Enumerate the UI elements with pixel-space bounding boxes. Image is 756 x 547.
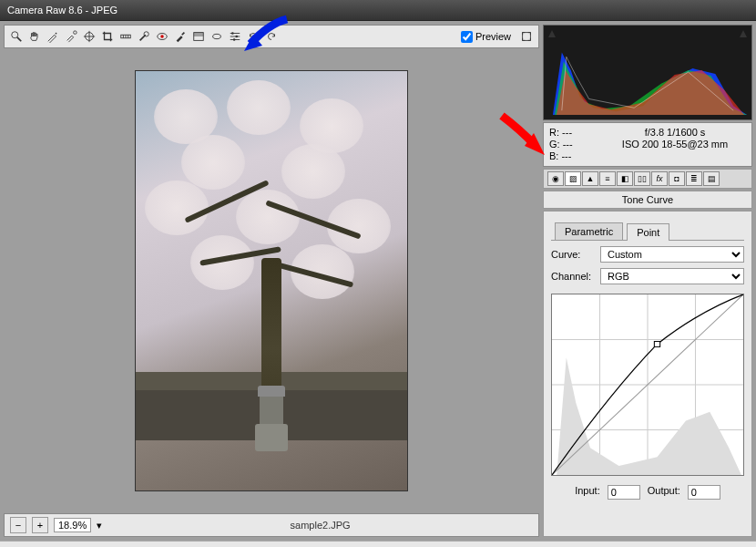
readout-b: B: ---: [549, 150, 604, 162]
camera-cal-icon[interactable]: ◘: [669, 171, 685, 186]
highlight-clip-icon[interactable]: [739, 29, 748, 38]
output-label: Output:: [648, 485, 680, 500]
basic-icon[interactable]: ◉: [547, 171, 564, 186]
svg-point-3: [74, 31, 77, 35]
channel-label: Channel:: [551, 271, 595, 282]
adjustment-panel-tabs: ◉ ▨ ▲ ≡ ◧ ▯▯ fx ◘ ≣ ▤: [543, 169, 752, 189]
output-field[interactable]: [688, 485, 720, 500]
graduated-filter-icon[interactable]: [190, 28, 207, 45]
snapshots-icon[interactable]: ▤: [703, 171, 720, 186]
input-label: Input:: [575, 485, 600, 500]
filename-label: sample2.JPG: [107, 520, 533, 531]
shadow-clip-icon[interactable]: [547, 29, 557, 38]
straighten-icon[interactable]: [117, 28, 134, 45]
curve-label: Curve:: [551, 249, 595, 260]
svg-point-11: [144, 32, 148, 36]
input-field[interactable]: [608, 485, 640, 500]
svg-point-20: [231, 32, 234, 35]
svg-rect-31: [654, 341, 659, 346]
svg-rect-23: [523, 33, 531, 41]
tab-point[interactable]: Point: [627, 223, 669, 241]
channel-select[interactable]: RGB: [600, 268, 744, 284]
zoom-in-icon[interactable]: +: [32, 517, 48, 533]
zoom-bar: − + 18.9% ▾ sample2.JPG: [4, 513, 539, 537]
svg-point-0: [12, 32, 18, 38]
top-toolbar: Preview: [4, 25, 539, 48]
zoom-out-icon[interactable]: −: [10, 517, 26, 533]
svg-rect-15: [194, 33, 204, 36]
curve-io-row: Input: Output:: [551, 481, 744, 500]
svg-point-13: [160, 35, 164, 38]
readout-g: G: ---: [549, 139, 604, 150]
svg-point-22: [233, 38, 236, 41]
readout-r: R: ---: [549, 127, 604, 139]
image-preview-area[interactable]: [4, 48, 539, 513]
svg-point-2: [56, 33, 57, 35]
zoom-level[interactable]: 18.9%: [54, 518, 91, 532]
svg-line-1: [17, 37, 21, 41]
panel-title: Tone Curve: [543, 191, 752, 209]
annotation-blue-arrow: [237, 15, 291, 56]
radial-filter-icon[interactable]: [209, 28, 225, 45]
curve-editor[interactable]: [551, 294, 744, 476]
adjustment-brush-icon[interactable]: [172, 28, 189, 45]
target-adjust-icon[interactable]: [81, 28, 97, 45]
hand-icon[interactable]: [26, 28, 43, 45]
spot-removal-icon[interactable]: [136, 28, 152, 45]
exif-line2: ISO 200 18-55@23 mm: [604, 139, 746, 150]
color-sampler-icon[interactable]: [63, 28, 79, 45]
tab-parametric[interactable]: Parametric: [555, 222, 623, 240]
curve-select[interactable]: Custom: [600, 246, 744, 263]
svg-point-16: [213, 34, 221, 38]
exif-line1: f/3.8 1/1600 s: [604, 127, 746, 139]
zoom-dropdown-icon[interactable]: ▾: [97, 520, 102, 532]
tone-curve-icon[interactable]: ▨: [565, 171, 581, 186]
lens-icon[interactable]: ▯▯: [634, 171, 650, 186]
effects-icon[interactable]: fx: [651, 171, 668, 186]
crop-icon[interactable]: [99, 28, 116, 45]
window-titlebar: Camera Raw 8.6 - JPEG: [0, 0, 756, 21]
zoom-icon[interactable]: [8, 28, 25, 45]
preview-checkbox-label[interactable]: Preview: [461, 31, 511, 43]
window-title: Camera Raw 8.6 - JPEG: [7, 5, 117, 15]
annotation-red-arrow: [497, 111, 552, 161]
curve-subtabs: Parametric Point: [551, 219, 744, 241]
split-tone-icon[interactable]: ◧: [617, 171, 633, 186]
histogram-panel[interactable]: [543, 25, 752, 120]
white-balance-icon[interactable]: [45, 28, 61, 45]
redeye-icon[interactable]: [154, 28, 170, 45]
preview-checkbox[interactable]: [461, 31, 473, 43]
footer-bar: Save Image Adobe RGB (1998); 16 bit; 200…: [0, 541, 756, 547]
preview-label-text: Preview: [475, 31, 511, 42]
hsl-icon[interactable]: ≡: [599, 171, 616, 186]
fullscreen-icon[interactable]: [518, 28, 535, 45]
detail-icon[interactable]: ▲: [582, 171, 598, 186]
info-readout: R: --- G: --- B: --- f/3.8 1/1600 s ISO …: [543, 122, 752, 167]
presets-icon[interactable]: ≣: [686, 171, 702, 186]
preview-image: [135, 70, 408, 491]
